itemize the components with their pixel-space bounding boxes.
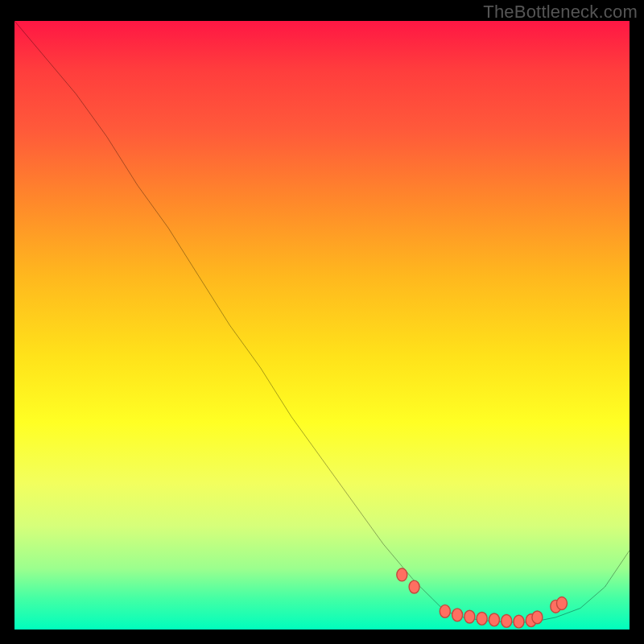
chart-frame: TheBottleneck.com bbox=[0, 0, 644, 644]
curve-markers bbox=[397, 568, 568, 628]
curve-line bbox=[14, 21, 630, 622]
marker-dot bbox=[489, 613, 499, 626]
plot-svg bbox=[14, 21, 630, 630]
marker-dot bbox=[440, 605, 450, 617]
plot-area bbox=[14, 21, 630, 630]
marker-dot bbox=[477, 612, 487, 625]
marker-dot bbox=[532, 611, 543, 624]
marker-dot bbox=[397, 568, 407, 581]
watermark-text: TheBottleneck.com bbox=[483, 2, 638, 23]
marker-dot bbox=[502, 614, 512, 627]
marker-dot bbox=[409, 580, 419, 593]
marker-dot bbox=[514, 615, 524, 628]
marker-dot bbox=[556, 597, 567, 610]
marker-dot bbox=[464, 610, 475, 623]
marker-dot bbox=[452, 609, 463, 621]
